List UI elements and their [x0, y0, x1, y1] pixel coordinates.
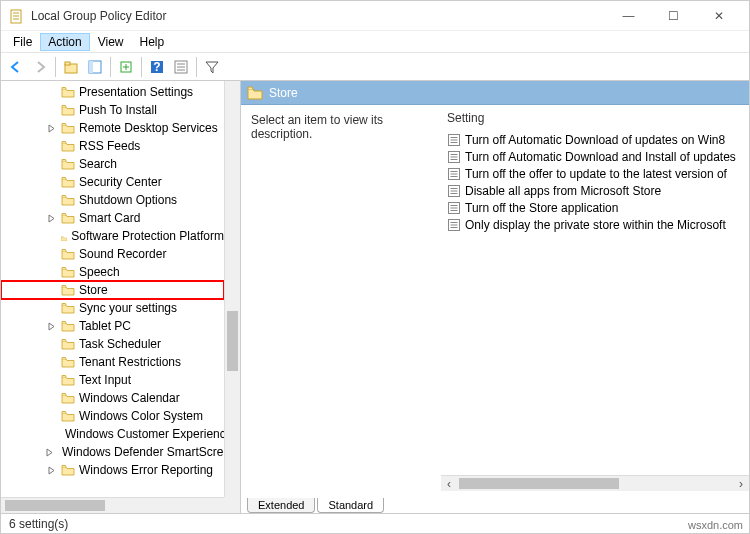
scrollbar-track[interactable]: [457, 476, 733, 491]
tree-node-push-to-install[interactable]: Push To Install: [1, 101, 224, 119]
minimize-button[interactable]: —: [606, 2, 651, 30]
folder-icon: [61, 140, 75, 152]
setting-item[interactable]: Only display the private store within th…: [445, 216, 745, 233]
folder-icon: [61, 410, 75, 422]
tab-extended[interactable]: Extended: [247, 498, 315, 513]
tree-node-label: Security Center: [79, 175, 162, 189]
toolbar-separator: [110, 57, 111, 77]
description-text: Select an item to view its description.: [251, 113, 431, 141]
up-button[interactable]: [60, 56, 82, 78]
detail-heading: Store: [269, 86, 298, 100]
options-button[interactable]: [170, 56, 192, 78]
tree-node-software-protection-platform[interactable]: Software Protection Platform: [1, 227, 224, 245]
tree-node-speech[interactable]: Speech: [1, 263, 224, 281]
scrollbar-thumb[interactable]: [227, 311, 238, 371]
tree-node-label: Software Protection Platform: [71, 229, 224, 243]
menu-item-action[interactable]: Action: [40, 33, 89, 51]
setting-item[interactable]: Turn off the offer to update to the late…: [445, 165, 745, 182]
policy-setting-icon: [447, 133, 461, 147]
tree-horizontal-scrollbar[interactable]: [1, 497, 224, 513]
tree-node-label: Smart Card: [79, 211, 140, 225]
back-button[interactable]: [5, 56, 27, 78]
tree-node-label: Remote Desktop Services: [79, 121, 218, 135]
tree-node-windows-error-reporting[interactable]: Windows Error Reporting: [1, 461, 224, 479]
tree-node-label: Store: [79, 283, 108, 297]
menu-item-view[interactable]: View: [90, 33, 132, 51]
setting-label: Only display the private store within th…: [465, 218, 726, 232]
tree-node-label: Search: [79, 157, 117, 171]
watermark: wsxdn.com: [688, 519, 743, 531]
tree-node-label: Tenant Restrictions: [79, 355, 181, 369]
settings-column: Setting Turn off Automatic Download of u…: [441, 105, 749, 491]
tree-node-label: Windows Customer Experience: [65, 427, 224, 441]
tree-vertical-scrollbar[interactable]: [224, 81, 240, 497]
toolbar-separator: [141, 57, 142, 77]
tree-node-task-scheduler[interactable]: Task Scheduler: [1, 335, 224, 353]
help-button[interactable]: ?: [146, 56, 168, 78]
tree-node-presentation-settings[interactable]: Presentation Settings: [1, 83, 224, 101]
tree-node-tablet-pc[interactable]: Tablet PC: [1, 317, 224, 335]
forward-button[interactable]: [29, 56, 51, 78]
chevron-right-icon[interactable]: [45, 212, 57, 224]
setting-item[interactable]: Turn off Automatic Download of updates o…: [445, 131, 745, 148]
setting-label: Turn off the Store application: [465, 201, 618, 215]
folder-icon: [61, 266, 75, 278]
app-icon: [9, 8, 25, 24]
detail-horizontal-scrollbar[interactable]: ‹ ›: [441, 475, 749, 491]
maximize-button[interactable]: ☐: [651, 2, 696, 30]
chevron-right-icon[interactable]: [45, 446, 54, 458]
tree-node-remote-desktop-services[interactable]: Remote Desktop Services: [1, 119, 224, 137]
tree-node-store[interactable]: Store: [1, 281, 224, 299]
show-hide-tree-button[interactable]: [84, 56, 106, 78]
tree-node-windows-color-system[interactable]: Windows Color System: [1, 407, 224, 425]
settings-column-header[interactable]: Setting: [441, 109, 749, 131]
tree-node-tenant-restrictions[interactable]: Tenant Restrictions: [1, 353, 224, 371]
menu-item-file[interactable]: File: [5, 33, 40, 51]
tree-node-windows-calendar[interactable]: Windows Calendar: [1, 389, 224, 407]
tree-node-shutdown-options[interactable]: Shutdown Options: [1, 191, 224, 209]
chevron-right-icon[interactable]: [45, 464, 57, 476]
tree-node-label: Shutdown Options: [79, 193, 177, 207]
folder-icon: [247, 86, 263, 100]
setting-label: Turn off the offer to update to the late…: [465, 167, 727, 181]
policy-setting-icon: [447, 218, 461, 232]
tree-node-rss-feeds[interactable]: RSS Feeds: [1, 137, 224, 155]
tree-node-sound-recorder[interactable]: Sound Recorder: [1, 245, 224, 263]
folder-icon: [61, 248, 75, 260]
folder-icon: [61, 320, 75, 332]
toolbar: ?: [1, 53, 749, 81]
chevron-right-icon[interactable]: [45, 122, 57, 134]
menu-item-help[interactable]: Help: [132, 33, 173, 51]
export-list-button[interactable]: [115, 56, 137, 78]
folder-icon: [61, 356, 75, 368]
scroll-right-arrow[interactable]: ›: [733, 476, 749, 492]
scroll-left-arrow[interactable]: ‹: [441, 476, 457, 492]
folder-icon: [61, 176, 75, 188]
setting-item[interactable]: Turn off the Store application: [445, 199, 745, 216]
scrollbar-thumb[interactable]: [459, 478, 619, 489]
setting-item[interactable]: Disable all apps from Microsoft Store: [445, 182, 745, 199]
tab-standard[interactable]: Standard: [317, 498, 384, 513]
toolbar-separator: [196, 57, 197, 77]
filter-button[interactable]: [201, 56, 223, 78]
tree-node-windows-customer-experience[interactable]: Windows Customer Experience: [1, 425, 224, 443]
folder-icon: [61, 158, 75, 170]
scrollbar-thumb[interactable]: [5, 500, 105, 511]
chevron-right-icon[interactable]: [45, 320, 57, 332]
tree-node-smart-card[interactable]: Smart Card: [1, 209, 224, 227]
tree: Presentation SettingsPush To InstallRemo…: [1, 81, 224, 481]
tree-node-security-center[interactable]: Security Center: [1, 173, 224, 191]
setting-item[interactable]: Turn off Automatic Download and Install …: [445, 148, 745, 165]
tree-node-label: Speech: [79, 265, 120, 279]
tree-node-text-input[interactable]: Text Input: [1, 371, 224, 389]
policy-setting-icon: [447, 184, 461, 198]
tree-node-search[interactable]: Search: [1, 155, 224, 173]
setting-label: Turn off Automatic Download of updates o…: [465, 133, 725, 147]
tree-node-label: Windows Defender SmartScreen: [62, 445, 224, 459]
close-button[interactable]: ✕: [696, 2, 741, 30]
tree-node-sync-your-settings[interactable]: Sync your settings: [1, 299, 224, 317]
folder-icon: [61, 194, 75, 206]
tree-node-windows-defender-smartscreen[interactable]: Windows Defender SmartScreen: [1, 443, 224, 461]
tree-node-label: Windows Color System: [79, 409, 203, 423]
folder-icon: [61, 374, 75, 386]
